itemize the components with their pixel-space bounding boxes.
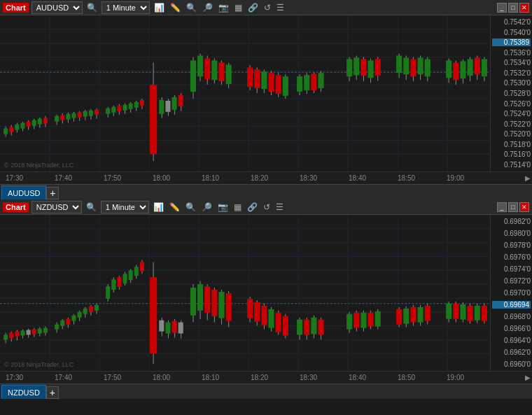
svg-rect-237 (276, 313, 281, 332)
refresh-icon-2[interactable]: ↺ (262, 202, 272, 212)
svg-rect-123 (410, 59, 416, 76)
candlestick-svg-1 (0, 15, 490, 171)
camera-icon-2[interactable]: 📷 (216, 202, 230, 212)
pencil-icon-2[interactable]: ✏️ (168, 202, 181, 212)
settings-icon-2[interactable]: ☰ (274, 202, 285, 212)
svg-rect-87 (226, 64, 232, 84)
price-1-8: 0.7524′0 (492, 110, 531, 118)
svg-rect-139 (482, 59, 487, 76)
svg-rect-229 (247, 299, 253, 318)
bar-chart-icon-1[interactable]: 📊 (153, 3, 166, 13)
time-1-4: 18:10 (202, 174, 219, 182)
bars-icon-1[interactable]: ▦ (233, 3, 244, 13)
bar-chart-icon-2[interactable]: 📊 (152, 202, 165, 212)
svg-rect-271 (453, 304, 458, 319)
svg-rect-33 (38, 119, 42, 125)
price-1-5: 0.7530′0 (492, 79, 531, 87)
symbol-select-2[interactable]: NZDUSD (31, 201, 82, 213)
refresh-icon-1[interactable]: ↺ (262, 3, 272, 13)
scroll-indicator-1[interactable]: ▶ (525, 174, 531, 182)
time-1-3: 18:00 (153, 174, 170, 182)
maximize-btn-2[interactable]: □ (508, 202, 518, 212)
svg-rect-39 (60, 115, 64, 120)
svg-rect-219 (197, 284, 203, 311)
close-btn-1[interactable]: ✕ (519, 3, 529, 13)
time-1-1: 17:40 (55, 174, 72, 182)
svg-rect-221 (204, 286, 210, 313)
svg-rect-67 (150, 85, 157, 154)
tab-bar-1: AUDUSD + (0, 184, 532, 199)
link-icon-1[interactable]: 🔗 (246, 3, 260, 13)
svg-rect-205 (140, 262, 144, 271)
svg-rect-197 (117, 277, 121, 287)
time-axis-2: 17:30 17:40 17:50 18:00 18:10 18:20 18:3… (0, 371, 532, 384)
price-1-0: 0.7542′0 (492, 18, 531, 26)
svg-rect-269 (446, 304, 451, 319)
time-2-6: 18:30 (300, 374, 317, 381)
svg-rect-27 (20, 123, 24, 129)
svg-rect-55 (111, 107, 115, 113)
tab-nzdusd[interactable]: NZDUSD (1, 385, 46, 399)
svg-rect-245 (311, 318, 316, 335)
svg-rect-75 (178, 95, 183, 106)
svg-rect-213 (172, 321, 177, 333)
svg-rect-135 (468, 59, 473, 76)
bars-icon-2[interactable]: ▦ (232, 202, 243, 212)
chart-panel-2: Chart NZDUSD 🔍 1 Minute 📊 ✏️ 🔍 🔎 📷 ▦ 🔗 ↺… (0, 199, 532, 399)
svg-rect-43 (71, 113, 76, 118)
zoom-in-icon-2[interactable]: 🔍 (184, 202, 197, 212)
svg-rect-59 (123, 105, 127, 111)
minimize-btn-1[interactable]: _ (497, 3, 507, 13)
maximize-btn-1[interactable]: □ (508, 3, 518, 13)
price-1-current: 0.75389 (492, 38, 531, 46)
tab-add-1[interactable]: + (46, 187, 59, 199)
search-icon-2[interactable]: 🔍 (85, 202, 98, 212)
price-2-2: 0.6978′0 (492, 241, 531, 249)
close-btn-2[interactable]: ✕ (519, 202, 529, 212)
svg-rect-79 (197, 55, 203, 76)
tab-add-2[interactable]: + (46, 386, 59, 399)
tab-nzdusd-label: NZDUSD (8, 388, 40, 397)
zoom-out-icon-1[interactable]: 🔎 (201, 3, 214, 13)
svg-rect-129 (446, 60, 451, 78)
svg-rect-241 (297, 320, 302, 335)
svg-rect-85 (218, 62, 224, 81)
copyright-2: © 2018 NinjaTrader, LLC (4, 361, 74, 368)
timeframe-select-1[interactable]: 1 Minute (102, 1, 150, 14)
settings-icon-1[interactable]: ☰ (275, 3, 286, 13)
price-1-13: 0.7514′0 (492, 161, 531, 169)
search-icon-1[interactable]: 🔍 (85, 3, 99, 13)
price-2-4: 0.6974′0 (492, 265, 531, 273)
camera-icon-1[interactable]: 📷 (217, 3, 230, 13)
scroll-indicator-2[interactable]: ▶ (525, 374, 531, 381)
price-2-10: 0.6962′0 (492, 349, 531, 356)
svg-rect-273 (460, 304, 465, 320)
svg-rect-189 (89, 307, 93, 312)
svg-rect-261 (403, 309, 409, 324)
svg-rect-25 (15, 125, 19, 130)
chart-label-2: Chart (3, 202, 29, 212)
svg-rect-187 (83, 309, 88, 314)
candlestick-svg-2 (0, 215, 490, 371)
time-2-0: 17:30 (6, 374, 23, 381)
link-icon-2[interactable]: 🔗 (246, 202, 259, 212)
zoom-in-icon-1[interactable]: 🔍 (185, 3, 198, 13)
svg-rect-265 (418, 307, 424, 323)
zoom-out-icon-2[interactable]: 🔎 (200, 202, 214, 212)
svg-rect-63 (134, 102, 139, 108)
tab-audusd[interactable]: AUDUSD (1, 185, 46, 199)
price-2-8: 0.6966′0 (492, 325, 531, 332)
symbol-select-1[interactable]: AUDUSD (31, 1, 83, 14)
timeframe-select-2[interactable]: 1 Minute (101, 201, 149, 213)
svg-rect-23 (9, 127, 13, 132)
svg-rect-233 (261, 306, 267, 325)
svg-rect-251 (354, 313, 359, 328)
window-controls-1: _ □ ✕ (497, 3, 529, 13)
svg-rect-235 (268, 309, 274, 328)
price-2-6: 0.6970′0 (492, 289, 531, 297)
svg-rect-81 (204, 58, 210, 79)
pencil-icon-1[interactable]: ✏️ (169, 3, 182, 13)
price-2-7: 0.6968′0 (492, 313, 531, 321)
price-1-1: 0.7540′0 (492, 29, 531, 36)
minimize-btn-2[interactable]: _ (497, 202, 507, 212)
